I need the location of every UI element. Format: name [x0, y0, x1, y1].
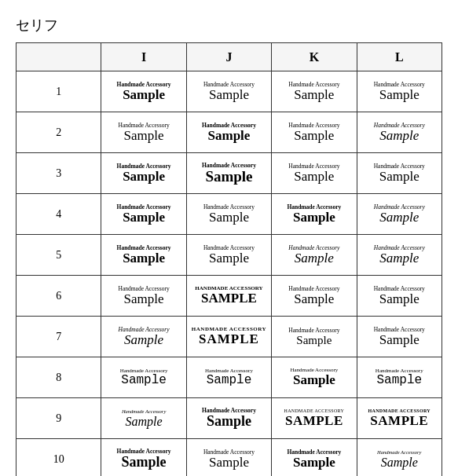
cell-small-text: Handmade Accessory	[377, 449, 421, 456]
cell-small-text: Handmade Accessory	[288, 327, 339, 334]
cell-r1-c1: Handmade AccessorySample	[186, 71, 271, 112]
cell-r9-c2: HANDMADE ACCESSORYSAMPLE	[272, 398, 357, 439]
table-row: 3Handmade AccessorySampleHandmade Access…	[16, 153, 442, 194]
cell-r5-c2: Handmade AccessorySample	[272, 235, 357, 276]
cell-big-text: Sample	[379, 333, 420, 348]
cell-r8-c3: Handmade AccessorySample	[357, 357, 442, 398]
col-header-empty	[16, 43, 101, 71]
cell-r10-c1: Handmade AccessorySample	[186, 439, 271, 477]
col-header-k: K	[272, 43, 357, 71]
page-title: セリフ	[16, 16, 442, 35]
cell-r2-c3: Handmade AccessorySample	[357, 112, 442, 153]
row-number-10: 10	[16, 439, 101, 477]
cell-big-text: Sample	[376, 374, 422, 388]
cell-big-text: Sample	[122, 455, 167, 471]
cell-r1-c2: Handmade AccessorySample	[272, 71, 357, 112]
cell-big-text: Sample	[207, 414, 251, 430]
cell-big-text: SAMPLE	[370, 414, 428, 429]
cell-big-text: SAMPLE	[201, 291, 257, 306]
cell-big-text: Sample	[207, 374, 252, 388]
table-row: 9Handmade AccessorySampleHandmade Access…	[16, 398, 442, 439]
cell-r6-c1: HANDMADE ACCESSORYSAMPLE	[186, 276, 271, 317]
cell-r8-c2: Handmade AccessorySample	[272, 357, 357, 398]
cell-big-text: Sample	[124, 129, 164, 144]
cell-r7-c2: Handmade AccessorySample	[272, 317, 357, 357]
row-number-7: 7	[16, 317, 101, 357]
row-number-4: 4	[16, 194, 101, 235]
cell-big-text: Sample	[293, 211, 335, 225]
row-number-3: 3	[16, 153, 101, 194]
cell-big-text: Sample	[293, 456, 335, 471]
cell-big-text: Sample	[381, 456, 418, 470]
cell-big-text: SAMPLE	[285, 414, 343, 429]
cell-big-text: Sample	[296, 334, 332, 347]
cell-big-text: Sample	[205, 169, 252, 185]
cell-r7-c0: Handmade AccessorySample	[101, 317, 186, 357]
cell-big-text: Sample	[124, 333, 163, 348]
cell-r8-c0: Handmade AccessorySample	[101, 357, 186, 398]
page: セリフ I J K L 1Handmade AccessorySampleHan…	[0, 0, 458, 476]
cell-big-text: Sample	[121, 374, 167, 388]
cell-big-text: Sample	[379, 292, 420, 307]
cell-big-text: Sample	[294, 88, 334, 103]
col-header-i: I	[101, 43, 186, 71]
table-row: 7Handmade AccessorySampleHANDMADE ACCESS…	[16, 317, 442, 357]
cell-big-text: Sample	[123, 170, 165, 185]
cell-big-text: Sample	[124, 292, 164, 307]
cell-r4-c2: Handmade AccessorySample	[272, 194, 357, 235]
row-number-8: 8	[16, 357, 101, 398]
cell-big-text: SAMPLE	[199, 332, 259, 347]
cell-r9-c0: Handmade AccessorySample	[101, 398, 186, 439]
col-header-l: L	[357, 43, 442, 71]
cell-big-text: Sample	[209, 251, 249, 266]
row-number-5: 5	[16, 235, 101, 276]
cell-big-text: Sample	[294, 129, 334, 144]
cell-big-text: Sample	[209, 88, 249, 103]
cell-r2-c1: Handmade AccessorySample	[186, 112, 271, 153]
cell-big-text: Sample	[295, 251, 334, 266]
table-row: 2Handmade AccessorySampleHandmade Access…	[16, 112, 442, 153]
cell-big-text: Sample	[293, 373, 335, 388]
cell-big-text: Sample	[379, 129, 419, 144]
table-row: 10Handmade AccessorySampleHandmade Acces…	[16, 439, 442, 477]
cell-big-text: Sample	[294, 170, 334, 185]
cell-big-text: Sample	[379, 88, 420, 103]
cell-r4-c0: Handmade AccessorySample	[101, 194, 186, 235]
row-number-9: 9	[16, 398, 101, 439]
row-number-6: 6	[16, 276, 101, 317]
cell-r9-c1: Handmade AccessorySample	[186, 398, 271, 439]
cell-r5-c1: Handmade AccessorySample	[186, 235, 271, 276]
cell-r10-c2: Handmade AccessorySample	[272, 439, 357, 477]
cell-big-text: Sample	[208, 129, 251, 144]
cell-big-text: Sample	[379, 170, 420, 185]
cell-r6-c0: Handmade AccessorySample	[101, 276, 186, 317]
cell-r3-c3: Handmade AccessorySample	[357, 153, 442, 194]
cell-r3-c1: Handmade AccessorySample	[186, 153, 271, 194]
cell-r2-c2: Handmade AccessorySample	[272, 112, 357, 153]
row-number-1: 1	[16, 71, 101, 112]
cell-r7-c3: Handmade AccessorySample	[357, 317, 442, 357]
cell-big-text: Sample	[294, 292, 334, 307]
cell-r3-c2: Handmade AccessorySample	[272, 153, 357, 194]
cell-r1-c3: Handmade AccessorySample	[357, 71, 442, 112]
cell-r3-c0: Handmade AccessorySample	[101, 153, 186, 194]
font-sample-table: I J K L 1Handmade AccessorySampleHandmad…	[16, 42, 442, 476]
cell-r10-c3: Handmade AccessorySample	[357, 439, 442, 477]
cell-big-text: Sample	[123, 251, 165, 266]
cell-r4-c1: Handmade AccessorySample	[186, 194, 271, 235]
table-row: 4Handmade AccessorySampleHandmade Access…	[16, 194, 442, 235]
cell-big-text: Sample	[379, 211, 419, 225]
cell-big-text: Sample	[123, 88, 165, 103]
cell-r9-c3: HANDMADE ACCESSORYSAMPLE	[357, 398, 442, 439]
table-row: 5Handmade AccessorySampleHandmade Access…	[16, 235, 442, 276]
cell-big-text: Sample	[209, 211, 249, 225]
cell-big-text: Sample	[126, 415, 163, 429]
row-number-2: 2	[16, 112, 101, 153]
table-row: 6Handmade AccessorySampleHANDMADE ACCESS…	[16, 276, 442, 317]
table-row: 8Handmade AccessorySampleHandmade Access…	[16, 357, 442, 398]
cell-r6-c2: Handmade AccessorySample	[272, 276, 357, 317]
cell-small-text: Handmade Accessory	[122, 408, 166, 415]
cell-r6-c3: Handmade AccessorySample	[357, 276, 442, 317]
cell-r1-c0: Handmade AccessorySample	[101, 71, 186, 112]
cell-r10-c0: Handmade AccessorySample	[101, 439, 186, 477]
